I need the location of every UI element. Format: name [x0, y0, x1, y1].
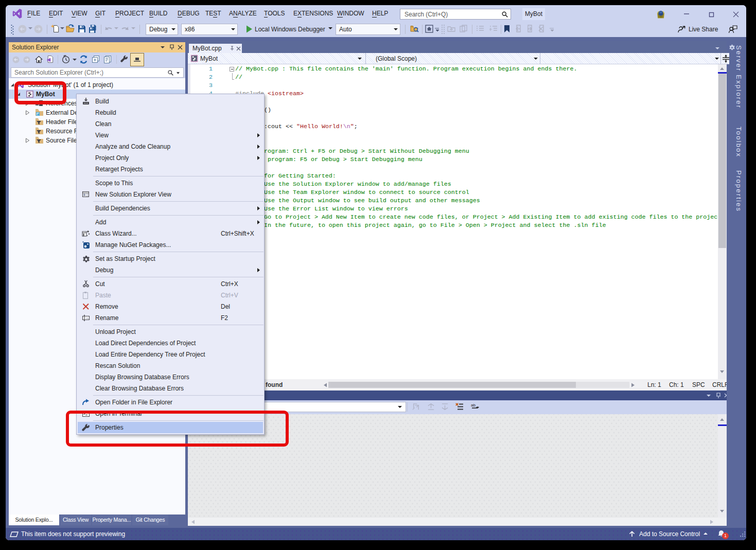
- svg-text:ab: ab: [471, 403, 476, 407]
